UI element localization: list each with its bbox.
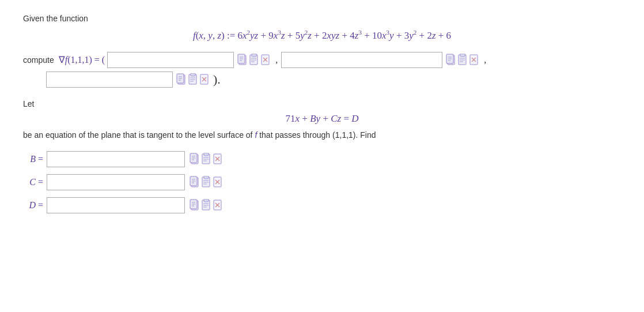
comma-1: , (275, 55, 278, 65)
paste-icon-C[interactable] (201, 176, 211, 189)
icon-group-B (190, 153, 223, 166)
B-row: B = (23, 151, 621, 167)
icon-group-1 (237, 54, 271, 66)
C-row: C = (23, 174, 621, 190)
function-formula: f(x, y, z) := 6x2yz + 9x3z + 5y2z + 2xyz… (23, 29, 621, 42)
C-input[interactable] (47, 174, 185, 190)
compute-row: compute ∇f(1,1,1) = ( (23, 52, 621, 68)
paste-icon-B[interactable] (201, 153, 211, 166)
svg-rect-19 (460, 54, 465, 57)
svg-rect-71 (204, 199, 209, 202)
icon-group-2 (446, 54, 479, 66)
clear-icon-D[interactable] (213, 199, 223, 212)
plane-equation: 71x + By + Cz = D (23, 113, 621, 125)
let-section: Let 71x + By + Cz = D be an equation of … (23, 99, 621, 140)
copy-icon-B[interactable] (190, 153, 200, 166)
given-text-label: Given the function (23, 14, 621, 23)
D-label: D = (23, 200, 43, 210)
clear-icon-1[interactable] (260, 54, 271, 66)
icon-group-3 (176, 73, 210, 86)
copy-icon-3[interactable] (176, 73, 187, 86)
let-label: Let (23, 99, 621, 108)
clear-icon-B[interactable] (213, 153, 223, 166)
B-label: B = (23, 154, 43, 164)
D-row: D = (23, 197, 621, 213)
f-inline: f (255, 130, 257, 140)
gradient-input-1[interactable] (107, 52, 234, 68)
copy-icon-C[interactable] (190, 176, 200, 189)
svg-rect-45 (204, 153, 209, 156)
svg-rect-58 (204, 176, 209, 179)
C-label: C = (23, 177, 43, 187)
clear-icon-3[interactable] (199, 73, 210, 86)
icon-group-C (190, 176, 223, 189)
copy-icon-1[interactable] (237, 54, 248, 66)
comma-2: , (484, 55, 486, 65)
clear-icon-2[interactable] (469, 54, 479, 66)
gradient-input-3[interactable] (46, 72, 173, 88)
paste-icon-2[interactable] (457, 54, 468, 66)
compute-label: compute (23, 55, 54, 65)
clear-icon-C[interactable] (213, 176, 223, 189)
gradient-row-2: ). (46, 72, 621, 88)
close-paren: ). (213, 73, 221, 86)
copy-icon-2[interactable] (446, 54, 456, 66)
paste-icon-1[interactable] (249, 54, 259, 66)
paste-icon-3[interactable] (188, 73, 198, 86)
variable-inputs-section: B = (23, 151, 621, 213)
D-input[interactable] (47, 197, 185, 213)
tangent-description: be an equation of the plane that is tang… (23, 130, 621, 140)
svg-rect-32 (191, 73, 195, 76)
svg-rect-6 (252, 54, 256, 57)
copy-icon-D[interactable] (190, 199, 200, 212)
B-input[interactable] (47, 151, 185, 167)
gradient-label: ∇f(1,1,1) = ( (59, 54, 105, 65)
icon-group-D (190, 199, 223, 212)
paste-icon-D[interactable] (201, 199, 211, 212)
gradient-input-2[interactable] (281, 52, 442, 68)
